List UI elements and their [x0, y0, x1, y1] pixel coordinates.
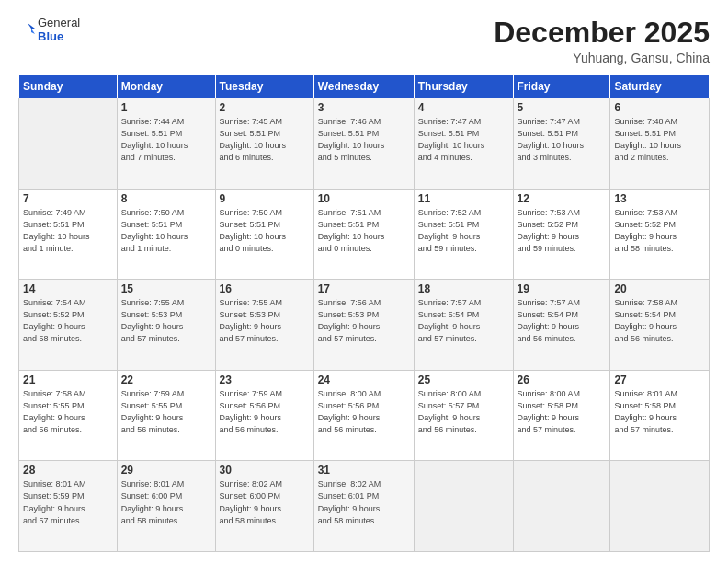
calendar-cell: [19, 98, 118, 190]
day-number: 24: [318, 373, 410, 386]
calendar-cell: 14Sunrise: 7:54 AMSunset: 5:52 PMDayligh…: [19, 280, 118, 371]
day-info: Sunrise: 8:00 AMSunset: 5:57 PMDaylight:…: [418, 388, 509, 436]
calendar-cell: 7Sunrise: 7:49 AMSunset: 5:51 PMDaylight…: [19, 189, 118, 280]
day-number: 5: [518, 101, 607, 114]
day-of-week-header: Thursday: [414, 75, 513, 98]
day-info: Sunrise: 7:47 AMSunset: 5:51 PMDaylight:…: [418, 116, 509, 164]
calendar-cell: 22Sunrise: 7:59 AMSunset: 5:55 PMDayligh…: [117, 370, 215, 461]
day-info: Sunrise: 7:50 AMSunset: 5:51 PMDaylight:…: [220, 207, 310, 255]
calendar-cell: 18Sunrise: 7:57 AMSunset: 5:54 PMDayligh…: [414, 280, 513, 371]
day-number: 10: [318, 192, 410, 205]
day-info: Sunrise: 7:55 AMSunset: 5:53 PMDaylight:…: [121, 297, 211, 345]
day-info: Sunrise: 8:00 AMSunset: 5:56 PMDaylight:…: [318, 388, 410, 436]
day-number: 8: [121, 192, 211, 205]
day-of-week-header: Wednesday: [313, 75, 414, 98]
day-info: Sunrise: 8:01 AMSunset: 6:00 PMDaylight:…: [121, 478, 211, 526]
day-info: Sunrise: 8:00 AMSunset: 5:58 PMDaylight:…: [518, 388, 607, 436]
day-info: Sunrise: 7:51 AMSunset: 5:51 PMDaylight:…: [318, 207, 410, 255]
calendar-cell: 16Sunrise: 7:55 AMSunset: 5:53 PMDayligh…: [215, 280, 313, 371]
day-number: 20: [614, 282, 705, 295]
day-number: 31: [318, 464, 410, 477]
day-info: Sunrise: 7:59 AMSunset: 5:55 PMDaylight:…: [121, 388, 211, 436]
day-number: 16: [220, 282, 310, 295]
calendar-cell: 11Sunrise: 7:52 AMSunset: 5:51 PMDayligh…: [414, 189, 513, 280]
calendar-cell: [414, 461, 513, 552]
logo-text: General Blue: [18, 17, 80, 44]
day-number: 2: [220, 101, 310, 114]
day-number: 22: [121, 373, 211, 386]
calendar-cell: 25Sunrise: 8:00 AMSunset: 5:57 PMDayligh…: [414, 370, 513, 461]
month-title: December 2025: [494, 17, 710, 49]
day-number: 25: [418, 373, 509, 386]
day-number: 18: [418, 282, 509, 295]
day-of-week-header: Saturday: [610, 75, 710, 98]
day-number: 7: [23, 192, 113, 205]
day-number: 4: [418, 101, 509, 114]
day-info: Sunrise: 7:59 AMSunset: 5:56 PMDaylight:…: [220, 388, 310, 436]
calendar-cell: 28Sunrise: 8:01 AMSunset: 5:59 PMDayligh…: [19, 461, 118, 552]
calendar-cell: 2Sunrise: 7:45 AMSunset: 5:51 PMDaylight…: [215, 98, 313, 190]
day-number: 6: [614, 101, 705, 114]
day-info: Sunrise: 7:44 AMSunset: 5:51 PMDaylight:…: [121, 116, 211, 164]
day-number: 17: [318, 282, 410, 295]
calendar-cell: 12Sunrise: 7:53 AMSunset: 5:52 PMDayligh…: [513, 189, 610, 280]
day-info: Sunrise: 7:55 AMSunset: 5:53 PMDaylight:…: [220, 297, 310, 345]
title-block: December 2025 Yuhuang, Gansu, China: [494, 17, 710, 65]
day-info: Sunrise: 7:58 AMSunset: 5:54 PMDaylight:…: [614, 297, 705, 345]
day-number: 3: [318, 101, 410, 114]
calendar-cell: 17Sunrise: 7:56 AMSunset: 5:53 PMDayligh…: [313, 280, 414, 371]
day-of-week-header: Monday: [117, 75, 215, 98]
day-number: 13: [614, 192, 705, 205]
calendar-cell: 21Sunrise: 7:58 AMSunset: 5:55 PMDayligh…: [19, 370, 118, 461]
calendar-cell: 9Sunrise: 7:50 AMSunset: 5:51 PMDaylight…: [215, 189, 313, 280]
calendar-cell: 31Sunrise: 8:02 AMSunset: 6:01 PMDayligh…: [313, 461, 414, 552]
calendar-cell: 13Sunrise: 7:53 AMSunset: 5:52 PMDayligh…: [610, 189, 710, 280]
day-number: 9: [220, 192, 310, 205]
calendar-cell: 3Sunrise: 7:46 AMSunset: 5:51 PMDaylight…: [313, 98, 414, 190]
day-info: Sunrise: 7:57 AMSunset: 5:54 PMDaylight:…: [418, 297, 509, 345]
calendar-cell: 29Sunrise: 8:01 AMSunset: 6:00 PMDayligh…: [117, 461, 215, 552]
calendar-cell: 27Sunrise: 8:01 AMSunset: 5:58 PMDayligh…: [610, 370, 710, 461]
day-number: 29: [121, 464, 211, 477]
logo-blue: Blue: [38, 30, 80, 44]
calendar-page: General Blue December 2025 Yuhuang, Gans…: [0, 0, 728, 563]
calendar-cell: 8Sunrise: 7:50 AMSunset: 5:51 PMDaylight…: [117, 189, 215, 280]
day-of-week-header: Tuesday: [215, 75, 313, 98]
svg-marker-1: [31, 29, 35, 34]
day-info: Sunrise: 7:57 AMSunset: 5:54 PMDaylight:…: [518, 297, 607, 345]
day-info: Sunrise: 7:52 AMSunset: 5:51 PMDaylight:…: [418, 207, 509, 255]
location: Yuhuang, Gansu, China: [494, 51, 710, 65]
calendar-cell: 4Sunrise: 7:47 AMSunset: 5:51 PMDaylight…: [414, 98, 513, 190]
day-info: Sunrise: 7:53 AMSunset: 5:52 PMDaylight:…: [614, 207, 705, 255]
calendar-cell: 19Sunrise: 7:57 AMSunset: 5:54 PMDayligh…: [513, 280, 610, 371]
calendar-cell: 20Sunrise: 7:58 AMSunset: 5:54 PMDayligh…: [610, 280, 710, 371]
logo: General Blue: [18, 17, 80, 44]
day-info: Sunrise: 7:58 AMSunset: 5:55 PMDaylight:…: [23, 388, 113, 436]
calendar-cell: 24Sunrise: 8:00 AMSunset: 5:56 PMDayligh…: [313, 370, 414, 461]
day-number: 19: [518, 282, 607, 295]
day-info: Sunrise: 8:02 AMSunset: 6:01 PMDaylight:…: [318, 478, 410, 526]
day-info: Sunrise: 8:02 AMSunset: 6:00 PMDaylight:…: [220, 478, 310, 526]
day-number: 15: [121, 282, 211, 295]
day-info: Sunrise: 7:45 AMSunset: 5:51 PMDaylight:…: [220, 116, 310, 164]
day-info: Sunrise: 7:48 AMSunset: 5:51 PMDaylight:…: [614, 116, 705, 164]
day-number: 27: [614, 373, 705, 386]
day-info: Sunrise: 8:01 AMSunset: 5:58 PMDaylight:…: [614, 388, 705, 436]
day-info: Sunrise: 7:46 AMSunset: 5:51 PMDaylight:…: [318, 116, 410, 164]
calendar-cell: 23Sunrise: 7:59 AMSunset: 5:56 PMDayligh…: [215, 370, 313, 461]
day-number: 14: [23, 282, 113, 295]
day-number: 1: [121, 101, 211, 114]
calendar-cell: 10Sunrise: 7:51 AMSunset: 5:51 PMDayligh…: [313, 189, 414, 280]
day-of-week-header: Sunday: [19, 75, 118, 98]
day-info: Sunrise: 7:53 AMSunset: 5:52 PMDaylight:…: [518, 207, 607, 255]
day-info: Sunrise: 7:54 AMSunset: 5:52 PMDaylight:…: [23, 297, 113, 345]
calendar-cell: 6Sunrise: 7:48 AMSunset: 5:51 PMDaylight…: [610, 98, 710, 190]
svg-marker-0: [28, 23, 35, 29]
calendar-cell: [610, 461, 710, 552]
calendar-cell: 15Sunrise: 7:55 AMSunset: 5:53 PMDayligh…: [117, 280, 215, 371]
day-number: 23: [220, 373, 310, 386]
day-number: 11: [418, 192, 509, 205]
day-of-week-header: Friday: [513, 75, 610, 98]
day-info: Sunrise: 8:01 AMSunset: 5:59 PMDaylight:…: [23, 478, 113, 526]
day-info: Sunrise: 7:56 AMSunset: 5:53 PMDaylight:…: [318, 297, 410, 345]
